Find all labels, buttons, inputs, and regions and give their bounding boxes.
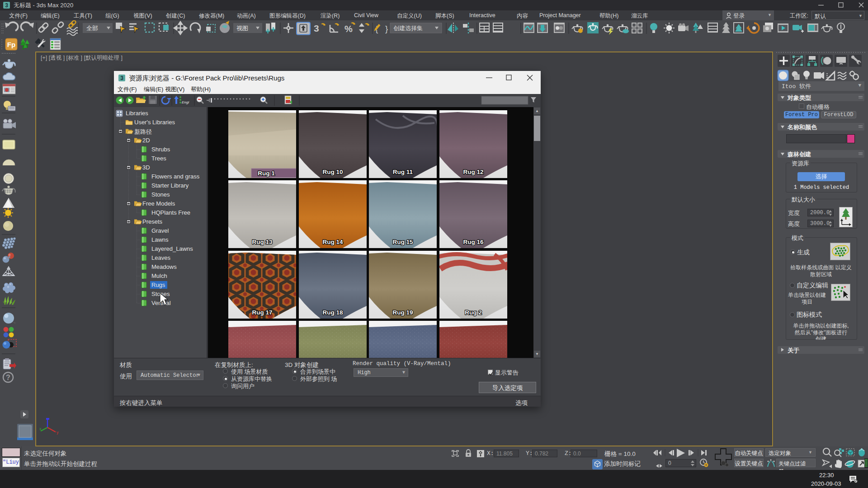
svg-text:Rug 17: Rug 17 (252, 309, 272, 316)
svg-text:x: x (39, 427, 42, 431)
svg-text:3: 3 (120, 75, 123, 81)
svg-text:Rug 13: Rug 13 (252, 239, 273, 245)
svg-text:3: 3 (314, 23, 319, 33)
svg-text:全部: 全部 (86, 25, 98, 32)
svg-text:Rug 11: Rug 11 (393, 169, 413, 175)
svg-text:Rug 12: Rug 12 (463, 169, 483, 175)
svg-text:Rug 16: Rug 16 (463, 239, 484, 245)
svg-text:创建选择集: 创建选择集 (393, 25, 423, 32)
svg-text:Fp: Fp (7, 41, 15, 48)
svg-text:}: } (385, 24, 388, 33)
svg-text:Rug 15: Rug 15 (392, 239, 413, 245)
svg-text:Engl: Engl (182, 100, 189, 104)
svg-text:3: 3 (5, 2, 8, 9)
svg-text:视图: 视图 (236, 25, 248, 32)
svg-text:?: ? (6, 374, 10, 381)
svg-text:y: y (57, 430, 59, 435)
svg-text:Rug 2: Rug 2 (465, 309, 482, 316)
svg-text:Rug 19: Rug 19 (392, 309, 413, 316)
svg-text:Rug 14: Rug 14 (322, 239, 343, 245)
svg-text:Rug 1: Rug 1 (258, 170, 275, 177)
svg-text:%: % (344, 24, 353, 34)
svg-text:Rug 18: Rug 18 (322, 309, 343, 316)
svg-text:Rug 10: Rug 10 (322, 169, 343, 175)
